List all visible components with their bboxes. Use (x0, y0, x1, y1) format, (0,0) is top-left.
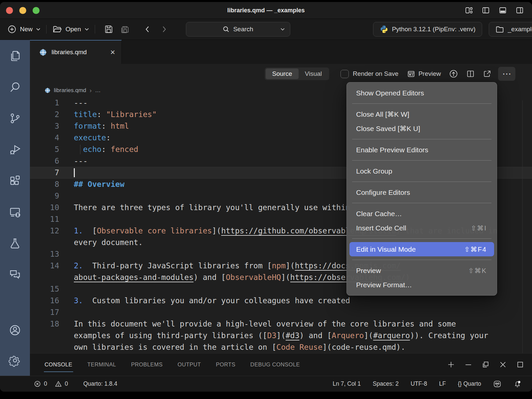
panel-tab-output[interactable]: OUTPUT (178, 353, 201, 376)
menu-item-label: Show Opened Editors (356, 89, 424, 97)
code-text[interactable]: --- (74, 155, 88, 167)
code-text[interactable]: --- (74, 97, 88, 109)
close-tab-icon[interactable]: ✕ (110, 49, 115, 56)
eol-status[interactable]: LF (439, 380, 446, 387)
panel-tab-terminal[interactable]: TERMINAL (87, 353, 116, 376)
panel-tab-console[interactable]: CONSOLE (45, 353, 72, 376)
open-in-new-window-icon[interactable] (483, 69, 491, 78)
tab-libraries-qmd[interactable]: libraries.qmd ✕ (30, 40, 122, 64)
zoom-window-button[interactable] (33, 7, 40, 14)
render-icon[interactable] (449, 69, 458, 78)
menu-item-show-opened-editors[interactable]: Show Opened Editors (347, 86, 497, 100)
save-icon[interactable] (104, 24, 114, 34)
forward-icon[interactable] (161, 25, 168, 34)
new-button[interactable]: New (7, 25, 41, 34)
language-mode-status[interactable]: {} Quarto (458, 380, 481, 387)
chevron-down-icon[interactable] (280, 28, 285, 31)
menu-item-clear-cache[interactable]: Clear Cache… (347, 206, 497, 221)
close-icon[interactable] (499, 361, 507, 368)
run-debug-icon[interactable] (9, 143, 21, 156)
menu-item-edit-in-visual-mode[interactable]: Edit in Visual Mode⇧⌘F4 (349, 242, 494, 256)
source-mode-button[interactable]: Source (266, 68, 298, 79)
toggle-panel-icon[interactable] (498, 6, 507, 15)
code-row[interactable]: own libraries is covered in the article … (30, 341, 532, 353)
menu-item-enable-preview-editors[interactable]: Enable Preview Editors (347, 143, 497, 157)
restore-icon[interactable] (482, 361, 489, 368)
menu-item-configure-editors[interactable]: Configure Editors (347, 185, 497, 200)
interpreter-selector[interactable]: Python 3.12.1 (PipEnv: .venv) (373, 22, 482, 37)
code-text[interactable]: title: "Libraries" (74, 109, 157, 120)
project-button[interactable]: _examples (489, 22, 532, 37)
indentation-status[interactable]: Spaces: 2 (373, 380, 399, 387)
code-row[interactable]: examples of using third-party libraries … (30, 330, 532, 341)
panel-tab-problems[interactable]: PROBLEMS (131, 353, 163, 376)
testing-icon[interactable] (9, 237, 21, 250)
code-text[interactable]: 3. Custom libraries you and/or your coll… (74, 295, 350, 307)
open-button[interactable]: Open (52, 25, 89, 34)
menu-item-lock-group[interactable]: Lock Group (347, 164, 497, 178)
menu-item-preview[interactable]: Preview⇧⌘K (347, 263, 497, 278)
account-icon[interactable] (9, 324, 21, 336)
line-number: 14 (30, 260, 59, 272)
encoding-status[interactable]: UTF-8 (411, 380, 427, 387)
sessions-icon[interactable] (9, 206, 21, 218)
add-icon[interactable] (447, 361, 455, 368)
code-text[interactable]: There are three types of library you'll … (74, 202, 350, 213)
problems-status[interactable]: 0 0 (34, 380, 68, 387)
explorer-icon[interactable] (9, 50, 21, 62)
code-row[interactable]: 163. Custom libraries you and/or your co… (30, 295, 532, 307)
code-text[interactable]: format: html (74, 120, 129, 132)
panel-tab-debug-console[interactable]: DEBUG CONSOLE (250, 353, 300, 376)
code-text[interactable]: every document. (74, 237, 143, 248)
feedback-icon[interactable] (493, 380, 501, 388)
open-folder-icon (52, 25, 62, 34)
quarto-version-status[interactable]: Quarto: 1.8.4 (83, 380, 117, 387)
toggle-secondary-sidebar-icon[interactable] (515, 6, 524, 15)
split-editor-icon[interactable] (466, 69, 475, 78)
code-row[interactable]: 18In this document we'll provide a high-… (30, 318, 532, 330)
menu-item-close-all-k-w[interactable]: Close All [⌘K W] (347, 107, 497, 121)
breadcrumb-file[interactable]: libraries.qmd (54, 87, 86, 94)
menu-item-preview-format[interactable]: Preview Format… (347, 278, 497, 292)
menu-item-close-saved-k-u[interactable]: Close Saved [⌘K U] (347, 121, 497, 136)
code-row[interactable]: 17 (30, 307, 532, 318)
menu-item-label: Clear Cache… (356, 210, 402, 218)
panel-tab-ports[interactable]: PORTS (216, 353, 235, 376)
code-text[interactable]: execute: (74, 132, 111, 144)
settings-gear-icon[interactable] (9, 354, 21, 367)
render-on-save-checkbox[interactable] (340, 70, 349, 78)
maximize-icon[interactable] (516, 361, 524, 368)
close-window-button[interactable] (6, 7, 13, 14)
menu-item-insert-code-cell[interactable]: Insert Code Cell⇧⌘I (347, 221, 497, 235)
comments-icon[interactable] (9, 268, 21, 281)
code-text[interactable]: examples of using third-party libraries … (74, 330, 488, 341)
bell-icon[interactable] (513, 380, 521, 388)
text-cursor (74, 168, 75, 177)
toolbar-separator (46, 25, 47, 34)
code-segment: : (101, 122, 111, 130)
visual-mode-button[interactable]: Visual (299, 68, 328, 79)
back-icon[interactable] (144, 25, 151, 34)
open-label: Open (66, 26, 81, 33)
code-text[interactable]: ## Overview (74, 179, 124, 190)
toggle-primary-sidebar-icon[interactable] (481, 6, 490, 15)
save-all-icon[interactable] (120, 24, 130, 34)
menu-item-label: Preview (356, 267, 381, 275)
line-number: 1 (30, 97, 59, 109)
code-text[interactable]: echo: fenced (74, 144, 138, 155)
cursor-position-status[interactable]: Ln 7, Col 1 (332, 380, 361, 387)
breadcrumb-more[interactable]: … (95, 87, 101, 94)
extensions-icon[interactable] (9, 175, 21, 187)
minimize-icon[interactable] (465, 361, 472, 368)
customize-layout-icon[interactable] (465, 6, 473, 15)
search-input[interactable]: Search (186, 22, 290, 37)
tab-bar: libraries.qmd ✕ (30, 40, 532, 64)
search-sidebar-icon[interactable] (9, 81, 21, 93)
source-control-icon[interactable] (9, 112, 21, 125)
preview-button[interactable]: Preview (407, 70, 441, 78)
minimize-window-button[interactable] (19, 7, 26, 14)
code-segment: examples of using third-party libraries … (74, 331, 267, 340)
code-text[interactable]: own libraries is covered in the article … (74, 341, 405, 353)
more-actions-icon[interactable]: ⋯ (498, 67, 515, 81)
code-text[interactable]: In this document we'll provide a high-le… (74, 318, 456, 330)
